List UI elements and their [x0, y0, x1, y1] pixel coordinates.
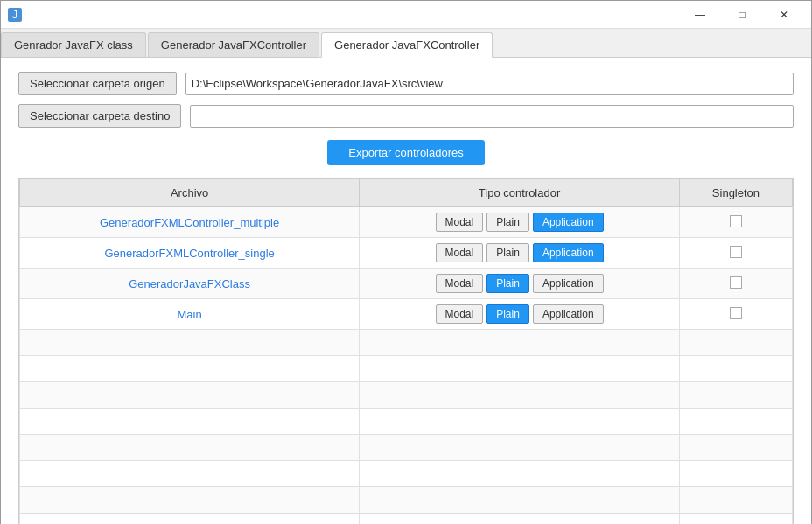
file-cell: Main [20, 299, 360, 330]
modal-button[interactable]: Modal [436, 274, 484, 293]
singleton-checkbox[interactable] [730, 215, 742, 227]
empty-row [20, 356, 793, 382]
tab-2-label: Generador JavaFXController [161, 38, 306, 52]
title-bar: J — □ ✕ [1, 1, 811, 29]
dest-folder-row: Seleccionar carpeta destino [18, 104, 794, 128]
empty-row [20, 487, 793, 514]
export-row: Exportar controladores [18, 140, 794, 165]
empty-row [20, 435, 793, 461]
table-header-row: Archivo Tipo controlador Singleton [20, 179, 793, 207]
empty-row [20, 461, 793, 487]
dest-folder-input[interactable] [190, 105, 794, 128]
origin-folder-input[interactable] [186, 73, 794, 95]
application-button[interactable]: Application [533, 274, 604, 293]
type-cell: ModalPlainApplication [360, 238, 680, 269]
tab-3-label: Generador JavaFXController [334, 38, 480, 52]
empty-row [20, 330, 793, 356]
app-window: J — □ ✕ Genrador JavaFX class Generador … [0, 0, 812, 524]
type-cell: ModalPlainApplication [360, 299, 680, 330]
table-row: GeneradorFXMLController_singleModalPlain… [20, 238, 793, 269]
select-origin-button[interactable]: Seleccionar carpeta origen [18, 72, 177, 95]
application-button[interactable]: Application [533, 304, 604, 324]
col-archivo: Archivo [20, 179, 360, 207]
title-controls: — □ ✕ [680, 1, 804, 29]
tab-bar: Genrador JavaFX class Generador JavaFXCo… [1, 29, 811, 58]
col-tipo-controlador: Tipo controlador [360, 179, 680, 207]
tab-1-label: Genrador JavaFX class [14, 38, 133, 52]
file-cell: GeneradorFXMLController_multiple [20, 207, 360, 238]
singleton-cell [679, 269, 792, 299]
singleton-cell [679, 207, 792, 238]
singleton-cell [679, 299, 792, 330]
application-button[interactable]: Application [533, 243, 604, 262]
modal-button[interactable]: Modal [436, 304, 484, 324]
type-cell: ModalPlainApplication [360, 269, 680, 299]
modal-button[interactable]: Modal [436, 243, 484, 262]
empty-row [20, 409, 793, 435]
maximize-button[interactable]: □ [722, 1, 762, 29]
tab-1[interactable]: Genrador JavaFX class [1, 32, 146, 57]
singleton-checkbox[interactable] [730, 307, 742, 319]
files-table-container: Archivo Tipo controlador Singleton Gener… [18, 178, 794, 524]
plain-button[interactable]: Plain [486, 213, 529, 232]
select-dest-button[interactable]: Seleccionar carpeta destino [18, 104, 181, 128]
export-button[interactable]: Exportar controladores [327, 140, 485, 165]
minimize-button[interactable]: — [680, 1, 720, 29]
file-cell: GeneradorFXMLController_single [20, 238, 360, 269]
app-icon-letter: J [12, 8, 18, 21]
empty-row [20, 382, 793, 409]
file-cell: GeneradorJavaFXClass [20, 269, 360, 299]
plain-button[interactable]: Plain [486, 243, 529, 262]
modal-button[interactable]: Modal [436, 213, 484, 232]
main-content: Seleccionar carpeta origen Seleccionar c… [1, 58, 811, 524]
singleton-checkbox[interactable] [730, 276, 742, 289]
title-bar-left: J [8, 8, 22, 22]
type-cell: ModalPlainApplication [360, 207, 680, 238]
plain-button[interactable]: Plain [486, 304, 529, 324]
table-row: GeneradorJavaFXClassModalPlainApplicatio… [20, 269, 793, 299]
table-row: MainModalPlainApplication [20, 299, 793, 330]
empty-row [20, 514, 793, 525]
singleton-checkbox[interactable] [730, 246, 742, 258]
application-button[interactable]: Application [533, 213, 604, 232]
files-table: Archivo Tipo controlador Singleton Gener… [19, 178, 793, 524]
table-row: GeneradorFXMLController_multipleModalPla… [20, 207, 793, 238]
tab-3[interactable]: Generador JavaFXController [321, 32, 493, 58]
singleton-cell [679, 238, 792, 269]
close-button[interactable]: ✕ [764, 1, 804, 29]
tab-2[interactable]: Generador JavaFXController [148, 32, 319, 57]
origin-folder-row: Seleccionar carpeta origen [18, 72, 794, 95]
col-singleton: Singleton [679, 179, 792, 207]
app-icon: J [8, 8, 22, 22]
plain-button[interactable]: Plain [486, 274, 529, 293]
